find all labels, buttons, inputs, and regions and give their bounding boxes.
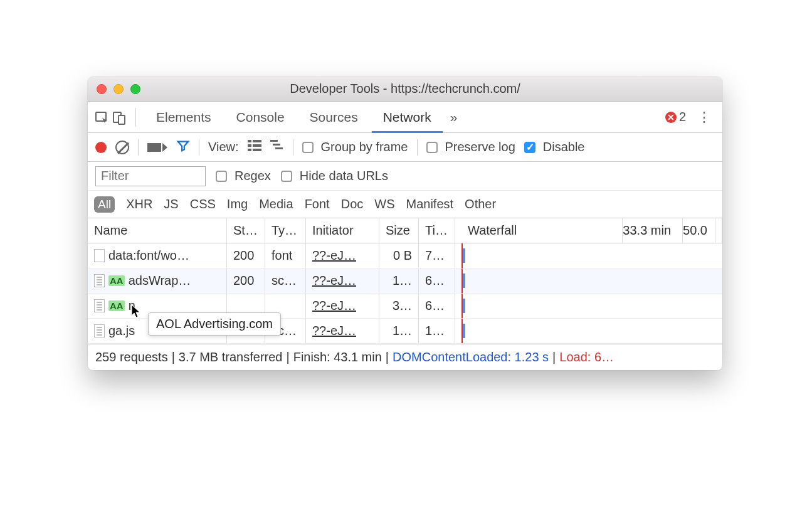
devtools-tabs: Elements Console Sources Network » ✕ 2 ⋮ <box>88 102 722 133</box>
request-name: ga.js <box>108 324 135 338</box>
col-type[interactable]: Ty… <box>265 218 306 243</box>
filter-css[interactable]: CSS <box>190 197 216 211</box>
filter-other[interactable]: Other <box>465 197 496 211</box>
file-icon <box>94 299 105 312</box>
filter-input[interactable] <box>95 166 206 186</box>
table-row[interactable]: data:font/wo… 200 font ??-eJ… 0 B 7… <box>88 243 722 268</box>
filter-ws[interactable]: WS <box>374 197 394 211</box>
filter-js[interactable]: JS <box>164 197 178 211</box>
filter-font[interactable]: Font <box>305 197 330 211</box>
col-size[interactable]: Size <box>379 218 419 243</box>
filter-bar: Regex Hide data URLs <box>88 162 722 191</box>
cell-waterfall <box>455 243 722 268</box>
file-icon <box>94 324 105 337</box>
type-filter-bar: All XHR JS CSS Img Media Font Doc WS Man… <box>88 191 722 218</box>
filter-toggle-icon[interactable] <box>176 139 190 156</box>
close-window-button[interactable] <box>97 84 107 94</box>
filter-media[interactable]: Media <box>259 197 293 211</box>
summary-domcontentloaded: DOMContentLoaded: 1.23 s <box>393 350 549 364</box>
separator <box>199 139 199 156</box>
view-label: View: <box>208 140 239 154</box>
tab-overflow[interactable]: » <box>445 102 463 132</box>
svg-rect-3 <box>248 140 251 142</box>
cell-initiator[interactable]: ??-eJ… <box>312 324 356 338</box>
summary-bar: 259 requests | 3.7 MB transferred | Fini… <box>88 344 722 370</box>
window-title: Developer Tools - https://techcrunch.com… <box>88 82 722 96</box>
separator <box>417 139 418 156</box>
col-initiator[interactable]: Initiator <box>306 218 379 243</box>
cell-waterfall <box>455 268 722 293</box>
cell-size: 1… <box>379 268 419 293</box>
summary-requests: 259 requests <box>95 350 168 364</box>
col-status[interactable]: St… <box>227 218 265 243</box>
hide-data-urls-checkbox[interactable]: Hide data URLs <box>281 169 388 183</box>
disable-cache-checkbox[interactable]: Disable <box>524 140 585 154</box>
cell-status: 200 <box>227 243 265 268</box>
summary-transferred: 3.7 MB transferred <box>179 350 283 364</box>
cell-size: 1… <box>379 319 419 343</box>
filter-all[interactable]: All <box>94 196 115 213</box>
request-name: n <box>129 299 135 313</box>
col-time[interactable]: Ti… <box>419 218 455 243</box>
cell-status: 200 <box>227 268 265 293</box>
tab-elements[interactable]: Elements <box>145 102 223 132</box>
request-name: adsWrap… <box>129 274 191 288</box>
file-icon <box>94 249 105 262</box>
svg-rect-4 <box>253 140 261 142</box>
svg-rect-7 <box>248 149 251 151</box>
cell-initiator[interactable]: ??-eJ… <box>312 274 356 288</box>
tab-network[interactable]: Network <box>372 102 443 133</box>
svg-rect-9 <box>270 140 278 142</box>
capture-screenshots-icon[interactable] <box>147 143 167 152</box>
clear-button[interactable] <box>115 141 129 154</box>
error-count[interactable]: ✕ 2 <box>665 110 686 124</box>
file-icon <box>94 274 105 287</box>
cell-time: 6… <box>419 294 455 318</box>
svg-rect-11 <box>275 147 283 149</box>
preserve-log-checkbox[interactable]: Preserve log <box>426 140 515 154</box>
filter-img[interactable]: Img <box>227 197 248 211</box>
traffic-lights <box>97 84 140 94</box>
cell-initiator[interactable]: ??-eJ… <box>312 248 356 263</box>
network-toolbar: View: Group by frame Preserve log Disabl… <box>88 133 722 162</box>
table-row[interactable]: AA adsWrap… 200 sc… ??-eJ… 1… 6… <box>88 268 722 294</box>
waterfall-view-icon[interactable] <box>270 140 284 154</box>
filter-manifest[interactable]: Manifest <box>406 197 453 211</box>
filter-doc[interactable]: Doc <box>341 197 364 211</box>
separator <box>135 108 136 127</box>
cell-size: 0 B <box>379 243 419 268</box>
error-icon: ✕ <box>665 112 677 123</box>
privacy-badge: AA <box>108 300 125 311</box>
col-waterfall[interactable]: Waterfall 33.3 min 50.0 <box>455 218 722 243</box>
col-name[interactable]: Name <box>88 218 227 243</box>
svg-rect-2 <box>119 115 125 124</box>
filter-xhr[interactable]: XHR <box>126 197 152 211</box>
cell-type: font <box>265 243 306 268</box>
svg-rect-6 <box>253 144 261 147</box>
summary-finish: Finish: 43.1 min <box>293 350 382 364</box>
cell-waterfall <box>455 319 722 343</box>
separator <box>138 139 139 156</box>
tab-sources[interactable]: Sources <box>298 102 369 132</box>
summary-load: Load: 6… <box>559 350 614 364</box>
cell-time: 1… <box>419 319 455 343</box>
regex-checkbox[interactable]: Regex <box>216 169 271 183</box>
minimize-window-button[interactable] <box>113 84 124 94</box>
group-by-frame-checkbox[interactable]: Group by frame <box>302 140 408 154</box>
cell-initiator[interactable]: ??-eJ… <box>312 299 356 313</box>
inspect-element-icon[interactable] <box>94 110 109 125</box>
separator <box>293 139 293 156</box>
large-rows-icon[interactable] <box>248 140 261 154</box>
cell-time: 7… <box>419 243 455 268</box>
titlebar[interactable]: Developer Tools - https://techcrunch.com… <box>88 77 722 102</box>
tab-console[interactable]: Console <box>225 102 296 132</box>
settings-menu-icon[interactable]: ⋮ <box>692 109 716 125</box>
cell-type: sc… <box>265 268 306 293</box>
privacy-tooltip: AOL Advertising.com <box>148 312 281 336</box>
error-count-number: 2 <box>679 110 686 124</box>
maximize-window-button[interactable] <box>130 84 140 94</box>
device-toggle-icon[interactable] <box>112 110 127 125</box>
record-button[interactable] <box>95 142 107 153</box>
cell-waterfall <box>455 294 722 318</box>
cell-size: 3… <box>379 294 419 318</box>
